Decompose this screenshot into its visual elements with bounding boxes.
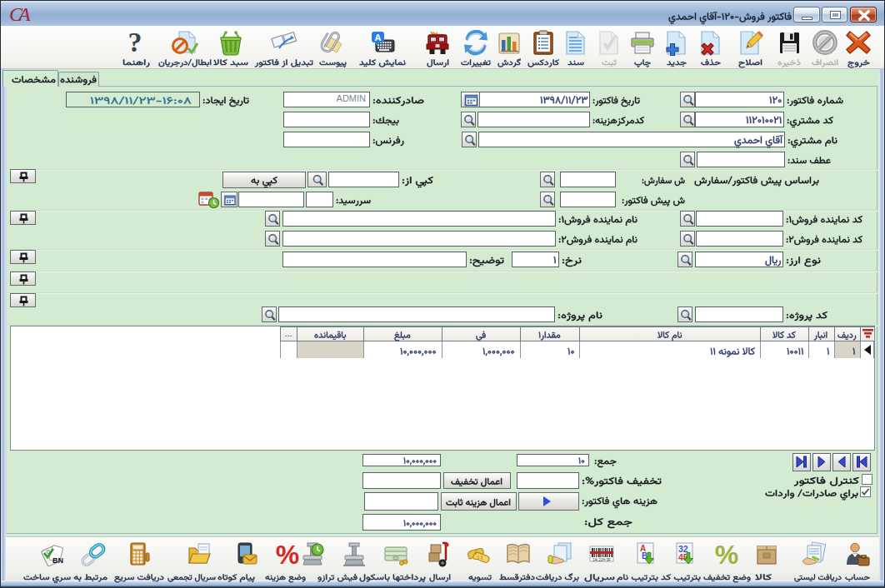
svg-text:%: % — [276, 541, 299, 568]
svg-text:A: A — [375, 32, 382, 42]
svg-text:%: % — [715, 541, 738, 568]
svg-text:?: ? — [128, 30, 142, 57]
svg-text:14i 22H 9F: 14i 22H 9F — [592, 558, 611, 562]
svg-text:BN: BN — [52, 556, 63, 565]
